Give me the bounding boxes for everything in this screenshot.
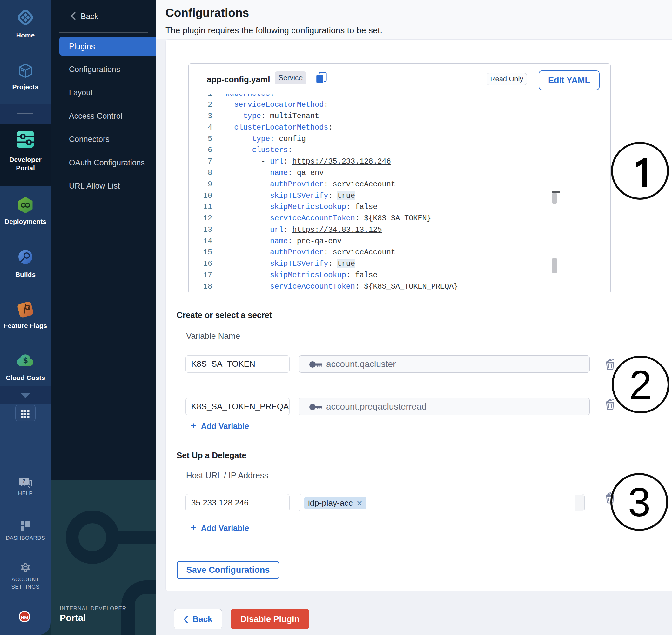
svg-text:$: $: [23, 356, 28, 365]
svg-text:?: ?: [22, 478, 25, 484]
